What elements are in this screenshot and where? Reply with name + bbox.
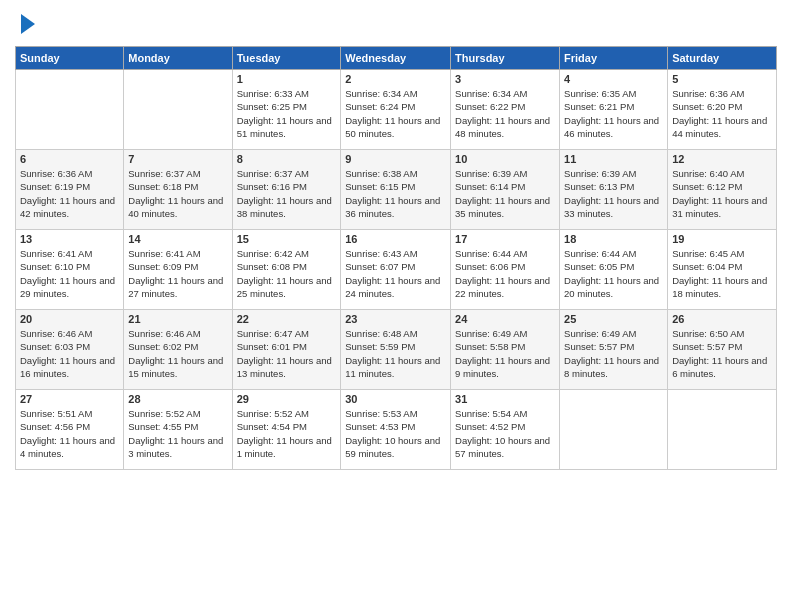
day-number: 25 [564,313,663,325]
daylight-text: Daylight: 11 hours and 8 minutes. [564,355,659,379]
weekday-header-sunday: Sunday [16,47,124,70]
day-cell [560,390,668,470]
sunset-text: Sunset: 6:03 PM [20,341,90,352]
day-number: 17 [455,233,555,245]
sunrise-text: Sunrise: 6:47 AM [237,328,309,339]
day-cell: 21 Sunrise: 6:46 AM Sunset: 6:02 PM Dayl… [124,310,232,390]
sunrise-text: Sunrise: 6:46 AM [128,328,200,339]
sunset-text: Sunset: 6:25 PM [237,101,307,112]
daylight-text: Daylight: 11 hours and 36 minutes. [345,195,440,219]
sunrise-text: Sunrise: 6:34 AM [455,88,527,99]
day-number: 24 [455,313,555,325]
day-cell: 1 Sunrise: 6:33 AM Sunset: 6:25 PM Dayli… [232,70,341,150]
sunrise-text: Sunrise: 5:52 AM [237,408,309,419]
sunset-text: Sunset: 6:16 PM [237,181,307,192]
day-info: Sunrise: 5:52 AM Sunset: 4:55 PM Dayligh… [128,407,227,460]
sunrise-text: Sunrise: 6:41 AM [20,248,92,259]
day-info: Sunrise: 6:38 AM Sunset: 6:15 PM Dayligh… [345,167,446,220]
sunrise-text: Sunrise: 6:37 AM [128,168,200,179]
day-cell: 2 Sunrise: 6:34 AM Sunset: 6:24 PM Dayli… [341,70,451,150]
day-info: Sunrise: 6:36 AM Sunset: 6:19 PM Dayligh… [20,167,119,220]
day-info: Sunrise: 6:39 AM Sunset: 6:13 PM Dayligh… [564,167,663,220]
day-number: 8 [237,153,337,165]
sunset-text: Sunset: 4:56 PM [20,421,90,432]
day-info: Sunrise: 6:48 AM Sunset: 5:59 PM Dayligh… [345,327,446,380]
day-cell: 11 Sunrise: 6:39 AM Sunset: 6:13 PM Dayl… [560,150,668,230]
day-info: Sunrise: 6:47 AM Sunset: 6:01 PM Dayligh… [237,327,337,380]
day-number: 7 [128,153,227,165]
day-cell: 20 Sunrise: 6:46 AM Sunset: 6:03 PM Dayl… [16,310,124,390]
day-info: Sunrise: 6:34 AM Sunset: 6:22 PM Dayligh… [455,87,555,140]
day-cell: 18 Sunrise: 6:44 AM Sunset: 6:05 PM Dayl… [560,230,668,310]
sunrise-text: Sunrise: 6:37 AM [237,168,309,179]
sunset-text: Sunset: 6:08 PM [237,261,307,272]
sunset-text: Sunset: 6:02 PM [128,341,198,352]
day-number: 21 [128,313,227,325]
day-cell: 3 Sunrise: 6:34 AM Sunset: 6:22 PM Dayli… [451,70,560,150]
day-number: 9 [345,153,446,165]
day-cell: 26 Sunrise: 6:50 AM Sunset: 5:57 PM Dayl… [668,310,777,390]
weekday-header-saturday: Saturday [668,47,777,70]
day-number: 15 [237,233,337,245]
day-cell: 31 Sunrise: 5:54 AM Sunset: 4:52 PM Dayl… [451,390,560,470]
day-info: Sunrise: 6:43 AM Sunset: 6:07 PM Dayligh… [345,247,446,300]
logo-icon [17,10,37,38]
sunrise-text: Sunrise: 6:49 AM [564,328,636,339]
sunset-text: Sunset: 5:57 PM [564,341,634,352]
day-number: 20 [20,313,119,325]
day-cell: 15 Sunrise: 6:42 AM Sunset: 6:08 PM Dayl… [232,230,341,310]
day-info: Sunrise: 6:42 AM Sunset: 6:08 PM Dayligh… [237,247,337,300]
day-number: 22 [237,313,337,325]
day-number: 30 [345,393,446,405]
day-cell: 13 Sunrise: 6:41 AM Sunset: 6:10 PM Dayl… [16,230,124,310]
daylight-text: Daylight: 11 hours and 22 minutes. [455,275,550,299]
daylight-text: Daylight: 11 hours and 4 minutes. [20,435,115,459]
daylight-text: Daylight: 11 hours and 18 minutes. [672,275,767,299]
sunset-text: Sunset: 4:53 PM [345,421,415,432]
day-cell: 7 Sunrise: 6:37 AM Sunset: 6:18 PM Dayli… [124,150,232,230]
sunrise-text: Sunrise: 6:36 AM [20,168,92,179]
weekday-header-friday: Friday [560,47,668,70]
day-info: Sunrise: 6:41 AM Sunset: 6:09 PM Dayligh… [128,247,227,300]
sunrise-text: Sunrise: 6:36 AM [672,88,744,99]
daylight-text: Daylight: 11 hours and 6 minutes. [672,355,767,379]
day-number: 14 [128,233,227,245]
daylight-text: Daylight: 11 hours and 11 minutes. [345,355,440,379]
week-row-2: 6 Sunrise: 6:36 AM Sunset: 6:19 PM Dayli… [16,150,777,230]
weekday-header-row: SundayMondayTuesdayWednesdayThursdayFrid… [16,47,777,70]
weekday-header-monday: Monday [124,47,232,70]
day-info: Sunrise: 6:36 AM Sunset: 6:20 PM Dayligh… [672,87,772,140]
day-info: Sunrise: 6:37 AM Sunset: 6:16 PM Dayligh… [237,167,337,220]
day-cell: 8 Sunrise: 6:37 AM Sunset: 6:16 PM Dayli… [232,150,341,230]
week-row-1: 1 Sunrise: 6:33 AM Sunset: 6:25 PM Dayli… [16,70,777,150]
day-number: 23 [345,313,446,325]
day-info: Sunrise: 5:52 AM Sunset: 4:54 PM Dayligh… [237,407,337,460]
daylight-text: Daylight: 11 hours and 51 minutes. [237,115,332,139]
sunset-text: Sunset: 6:12 PM [672,181,742,192]
day-info: Sunrise: 6:45 AM Sunset: 6:04 PM Dayligh… [672,247,772,300]
day-cell: 5 Sunrise: 6:36 AM Sunset: 6:20 PM Dayli… [668,70,777,150]
daylight-text: Daylight: 11 hours and 27 minutes. [128,275,223,299]
sunrise-text: Sunrise: 6:48 AM [345,328,417,339]
sunset-text: Sunset: 6:10 PM [20,261,90,272]
day-number: 4 [564,73,663,85]
weekday-header-tuesday: Tuesday [232,47,341,70]
day-cell: 27 Sunrise: 5:51 AM Sunset: 4:56 PM Dayl… [16,390,124,470]
daylight-text: Daylight: 11 hours and 33 minutes. [564,195,659,219]
day-cell: 28 Sunrise: 5:52 AM Sunset: 4:55 PM Dayl… [124,390,232,470]
sunrise-text: Sunrise: 6:44 AM [564,248,636,259]
day-number: 12 [672,153,772,165]
day-cell: 4 Sunrise: 6:35 AM Sunset: 6:21 PM Dayli… [560,70,668,150]
daylight-text: Daylight: 10 hours and 57 minutes. [455,435,550,459]
sunrise-text: Sunrise: 5:53 AM [345,408,417,419]
sunrise-text: Sunrise: 6:42 AM [237,248,309,259]
daylight-text: Daylight: 11 hours and 50 minutes. [345,115,440,139]
day-cell: 19 Sunrise: 6:45 AM Sunset: 6:04 PM Dayl… [668,230,777,310]
day-cell: 12 Sunrise: 6:40 AM Sunset: 6:12 PM Dayl… [668,150,777,230]
day-number: 31 [455,393,555,405]
sunrise-text: Sunrise: 6:49 AM [455,328,527,339]
day-cell: 30 Sunrise: 5:53 AM Sunset: 4:53 PM Dayl… [341,390,451,470]
day-number: 11 [564,153,663,165]
daylight-text: Daylight: 11 hours and 35 minutes. [455,195,550,219]
day-number: 16 [345,233,446,245]
